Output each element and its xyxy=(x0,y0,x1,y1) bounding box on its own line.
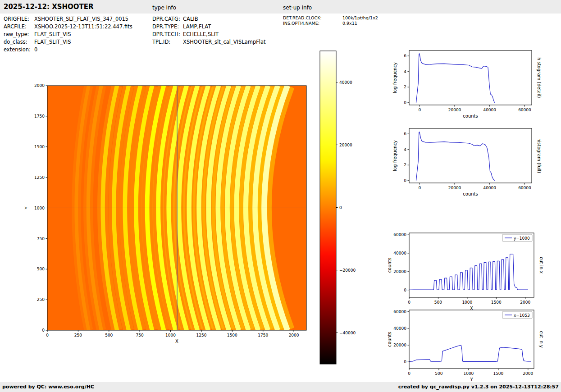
svg-text:counts: counts xyxy=(463,191,478,196)
info-row-raw-type: raw_type:FLAT_SLIT_VIS xyxy=(4,31,132,38)
svg-text:1250: 1250 xyxy=(34,175,45,180)
svg-text:750: 750 xyxy=(136,333,144,337)
svg-text:1000: 1000 xyxy=(463,371,474,376)
histogram-full-chart: 02000040000600000246countslog frequencyh… xyxy=(388,122,561,203)
info-label: DPR.TECH: xyxy=(152,31,183,38)
svg-text:500: 500 xyxy=(435,371,442,376)
type-info-heading: type info xyxy=(152,5,176,11)
info-label: DET.READ.CLOCK: xyxy=(283,15,342,21)
svg-text:1500: 1500 xyxy=(227,333,237,337)
svg-text:0: 0 xyxy=(46,333,49,337)
svg-text:X: X xyxy=(175,339,178,344)
svg-text:0: 0 xyxy=(418,186,421,190)
page-title: 2025-12-12: XSHOOTER xyxy=(4,3,94,11)
svg-text:log frequency: log frequency xyxy=(392,62,397,93)
info-row-dpr-catg: DPR.CATG:CALIB xyxy=(152,15,266,23)
svg-text:40000: 40000 xyxy=(393,326,406,331)
svg-text:0: 0 xyxy=(404,288,406,292)
svg-text:4: 4 xyxy=(404,147,406,152)
svg-text:counts: counts xyxy=(387,332,392,346)
svg-text:1500: 1500 xyxy=(493,371,503,376)
svg-text:20000: 20000 xyxy=(393,269,406,274)
cut-in-y-chart: 05001000150020000200004000060000Ycountsc… xyxy=(388,304,561,392)
svg-text:0: 0 xyxy=(404,100,406,105)
svg-text:2000: 2000 xyxy=(289,333,299,337)
svg-text:counts: counts xyxy=(463,114,478,119)
info-row-read-clock: DET.READ.CLOCK:100k/1pt/hg/1x2 xyxy=(283,15,378,21)
svg-text:cut in y: cut in y xyxy=(539,331,544,347)
info-value: CALIB xyxy=(183,16,198,22)
info-row-arcfile: ARCFILE:XSHOO.2025-12-13T11:51:22.447.fi… xyxy=(4,23,132,31)
svg-text:40000: 40000 xyxy=(483,186,496,190)
svg-text:250: 250 xyxy=(74,333,82,337)
svg-text:0: 0 xyxy=(418,108,421,112)
svg-text:60000: 60000 xyxy=(518,108,531,112)
svg-text:6: 6 xyxy=(404,132,406,136)
svg-text:1750: 1750 xyxy=(258,333,268,337)
svg-text:counts: counts xyxy=(387,258,392,273)
svg-text:60000: 60000 xyxy=(393,232,406,237)
info-value: FLAT_SLIT_VIS xyxy=(34,31,71,37)
svg-text:2000: 2000 xyxy=(523,371,533,376)
svg-text:1000: 1000 xyxy=(34,206,45,210)
histogram-detail-chart: 02000040000600000246countslog frequencyh… xyxy=(388,44,561,125)
info-row-opti4-name: INS.OPTI4.NAME:0.9x11 xyxy=(283,21,378,26)
svg-text:2000: 2000 xyxy=(34,83,45,88)
svg-text:40000: 40000 xyxy=(393,251,406,255)
svg-text:Y: Y xyxy=(24,206,29,210)
svg-text:20000: 20000 xyxy=(448,186,461,190)
svg-text:60000: 60000 xyxy=(518,186,531,190)
header-bar: 2025-12-12: XSHOOTER type info set-up in… xyxy=(0,0,561,14)
info-value: LAMP,FLAT xyxy=(183,23,211,30)
svg-text:20000: 20000 xyxy=(339,143,352,147)
svg-text:0: 0 xyxy=(339,205,342,210)
info-label: DPR.TYPE: xyxy=(152,23,183,31)
svg-text:2: 2 xyxy=(404,163,406,167)
info-row-dpr-tech: DPR.TECH:ECHELLE,SLIT xyxy=(152,31,266,38)
svg-text:20000: 20000 xyxy=(448,108,461,112)
svg-text:60000: 60000 xyxy=(393,310,406,314)
info-label: INS.OPTI4.NAME: xyxy=(283,21,342,26)
info-value: 100k/1pt/hg/1x2 xyxy=(342,15,378,20)
svg-text:1500: 1500 xyxy=(34,145,45,149)
svg-text:cut in x: cut in x xyxy=(539,257,544,273)
footer-bar: powered by QC: www.eso.org/HC created by… xyxy=(0,382,561,392)
svg-text:500: 500 xyxy=(105,333,113,337)
svg-text:6: 6 xyxy=(404,54,406,58)
info-value: FLAT_SLIT_VIS xyxy=(34,39,71,45)
svg-text:0: 0 xyxy=(42,328,45,333)
footer-powered-by: powered by QC: www.eso.org/HC xyxy=(2,384,94,390)
setup-info-block: DET.READ.CLOCK:100k/1pt/hg/1x2 INS.OPTI4… xyxy=(283,15,378,26)
svg-text:500: 500 xyxy=(37,267,45,271)
svg-text:4: 4 xyxy=(404,69,406,74)
info-value: XSHOOTER_slt_cal_VISLampFlat xyxy=(183,39,266,45)
info-label: ORIGFILE: xyxy=(4,15,34,23)
info-label: ARCFILE: xyxy=(4,23,34,31)
main-image-chart: 0250500750100012501500175020000250500750… xyxy=(0,45,360,378)
svg-text:Y: Y xyxy=(470,377,473,382)
svg-text:−40000: −40000 xyxy=(339,331,356,335)
svg-text:0: 0 xyxy=(404,178,406,183)
svg-text:250: 250 xyxy=(37,297,45,302)
svg-text:0: 0 xyxy=(404,360,406,364)
type-info-block: DPR.CATG:CALIB DPR.TYPE:LAMP,FLAT DPR.TE… xyxy=(152,15,266,46)
svg-text:40000: 40000 xyxy=(339,80,352,85)
svg-text:histogram (detail): histogram (detail) xyxy=(537,58,542,98)
svg-text:1000: 1000 xyxy=(165,333,176,337)
svg-text:40000: 40000 xyxy=(483,108,496,112)
info-row-origfile: ORIGFILE:XSHOOTER_SLT_FLAT_VIS_347_0015 xyxy=(4,15,132,23)
svg-text:y=1000: y=1000 xyxy=(514,236,530,241)
svg-text:−20000: −20000 xyxy=(339,268,356,273)
svg-text:750: 750 xyxy=(37,237,45,241)
svg-text:x=1053: x=1053 xyxy=(514,313,530,318)
info-value: ECHELLE,SLIT xyxy=(183,31,219,37)
svg-text:histogram (full): histogram (full) xyxy=(537,138,542,173)
info-value: XSHOO.2025-12-13T11:51:22.447.fits xyxy=(34,23,132,30)
info-value: 0.9x11 xyxy=(342,21,357,26)
svg-text:2: 2 xyxy=(404,85,406,89)
info-label: DPR.CATG: xyxy=(152,15,183,23)
cut-in-x-chart: 05001000150020000200004000060000Xcountsc… xyxy=(388,227,561,312)
svg-text:1750: 1750 xyxy=(34,114,45,119)
svg-text:log frequency: log frequency xyxy=(392,140,397,171)
info-value: XSHOOTER_SLT_FLAT_VIS_347_0015 xyxy=(34,16,128,22)
